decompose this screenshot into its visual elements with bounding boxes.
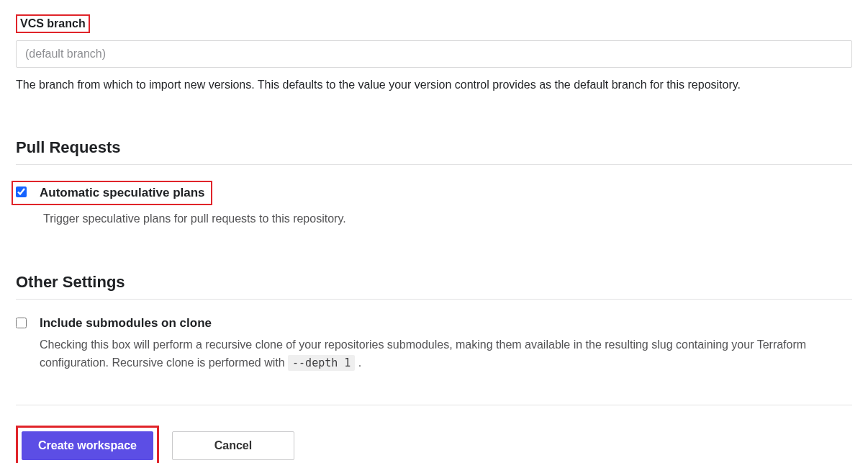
create-workspace-highlight: Create workspace (16, 426, 159, 463)
vcs-branch-section: VCS branch The branch from which to impo… (16, 14, 852, 94)
speculative-plans-title: Automatic speculative plans (40, 185, 205, 201)
submodules-desc-part2: . (355, 356, 361, 369)
create-workspace-button[interactable]: Create workspace (22, 431, 153, 460)
speculative-plans-desc: Trigger speculative plans for pull reque… (43, 210, 852, 228)
vcs-branch-input[interactable] (16, 40, 852, 68)
other-settings-heading: Other Settings (16, 273, 852, 292)
cancel-button[interactable]: Cancel (172, 431, 294, 460)
vcs-branch-label: VCS branch (20, 17, 86, 30)
button-row: Create workspace Cancel (16, 426, 852, 463)
footer-divider (16, 405, 852, 405)
speculative-plans-highlight: Automatic speculative plans (12, 181, 212, 205)
vcs-branch-label-highlight: VCS branch (16, 14, 90, 33)
pull-requests-heading: Pull Requests (16, 138, 852, 157)
submodules-desc: Checking this box will perform a recursi… (40, 336, 852, 372)
submodules-desc-part1: Checking this box will perform a recursi… (40, 338, 806, 369)
speculative-plans-checkbox[interactable] (16, 186, 27, 197)
vcs-branch-help-text: The branch from which to import new vers… (16, 76, 852, 94)
submodules-title: Include submodules on clone (40, 315, 852, 331)
submodules-row: Include submodules on clone Checking thi… (16, 315, 852, 372)
submodules-checkbox[interactable] (16, 318, 27, 328)
pull-requests-divider (16, 164, 852, 165)
speculative-plans-row: Automatic speculative plans Trigger spec… (16, 181, 852, 228)
submodules-depth-code: --depth 1 (288, 355, 355, 371)
other-settings-divider (16, 299, 852, 300)
